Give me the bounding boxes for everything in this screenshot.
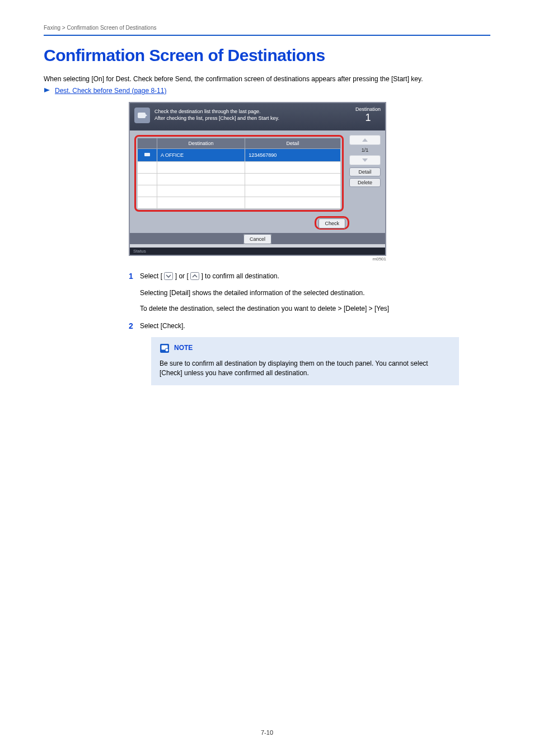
svg-rect-1 [138,113,146,118]
check-button-highlight: Check [315,216,349,230]
pager-text: 1/1 [349,147,381,153]
table-row[interactable] [138,197,341,209]
panel-msg-line1: Check the destination list through the l… [154,109,355,115]
col-detail: Detail [245,138,341,149]
note-body: Be sure to confirm all destination by di… [160,359,451,379]
header-rule [44,35,490,36]
screenshot-ref: m0501 [129,256,386,262]
table-row[interactable]: A OFFICE 1234567890 [138,149,341,162]
xref-link[interactable]: Dest. Check before Send (page 8-11) [55,87,166,95]
destination-table-highlight: Destination Detail A OF [134,135,344,212]
delete-button[interactable]: Delete [349,178,381,187]
table-row[interactable] [138,185,341,197]
svg-marker-3 [362,138,368,142]
table-row[interactable] [138,162,341,174]
fax-type-icon [138,149,157,162]
note-icon [160,343,170,353]
status-left: Status [133,249,146,254]
page-number: 7-10 [0,729,534,736]
step2-text: Select [Check]. [140,321,459,331]
row-destination: A OFFICE [157,149,245,162]
table-row[interactable] [138,174,341,185]
note-head-label: NOTE [174,343,193,353]
scroll-up-button[interactable] [349,135,381,145]
col-destination: Destination [157,138,245,149]
step1-p3: To delete the destination, select the de… [140,304,389,314]
step-number-1: 1 [129,272,140,314]
cancel-button[interactable]: Cancel [243,234,271,244]
svg-rect-2 [144,153,150,156]
step-number-2: 2 [129,321,140,385]
destination-table: Destination Detail A OF [137,138,341,209]
confirmation-screenshot: Check the destination list through the l… [129,102,386,262]
detail-button[interactable]: Detail [349,167,381,176]
svg-marker-0 [44,88,50,92]
page-title: Confirmation Screen of Destinations [44,46,490,65]
svg-rect-5 [165,273,173,280]
xref-arrow-icon [44,86,50,95]
running-head-left: Faxing > Confirmation Screen of Destinat… [44,25,157,31]
step1-text-b: ] or [ [175,272,189,280]
check-button[interactable]: Check [318,218,345,228]
step1-p2: Selecting [Detail] shows the detailed in… [140,288,389,298]
step1-text-a: Select [ [140,272,162,280]
svg-marker-4 [362,158,368,162]
send-icon [134,108,150,123]
chevron-up-icon [190,272,199,283]
chevron-down-icon [164,272,173,283]
svg-rect-6 [191,273,199,280]
step1-text-c: ] to confirm all destination. [201,272,279,280]
intro-text: When selecting [On] for Dest. Check befo… [44,75,490,83]
row-detail: 1234567890 [245,149,341,162]
destination-count: Destination 1 [355,106,381,124]
panel-msg-line2: After checking the list, press [Check] a… [154,115,355,122]
scroll-down-button[interactable] [349,155,381,165]
note-box: NOTE Be sure to confirm all destination … [151,337,459,386]
